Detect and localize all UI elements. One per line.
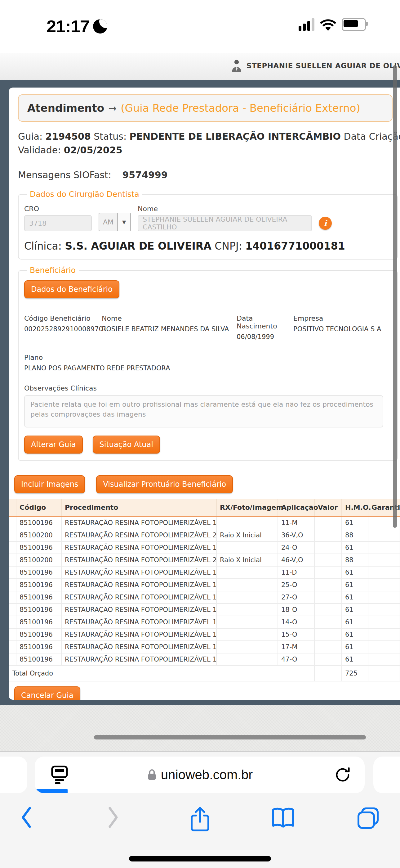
rx-cell: [216, 641, 278, 653]
browser-toolbar: [0, 806, 400, 831]
code-cell: 85100200: [16, 554, 61, 566]
dentist-name-input[interactable]: STEPHANIE SUELLEN AGUIAR DE OLIVEIRA CAS…: [138, 215, 312, 231]
cro-input[interactable]: 3718: [24, 215, 92, 231]
warranty-cell: [368, 554, 399, 566]
page-subtitle: (Guia Rede Prestadora - Beneficiário Ext…: [121, 102, 360, 114]
column-header[interactable]: Aplicação: [278, 499, 314, 517]
procedure-cell: RESTAURAÇÃO RESINA FOTOPOLIMERIZÁVEL 1 F…: [61, 591, 216, 603]
view-record-button[interactable]: Visualizar Prontuário Beneficiário: [96, 475, 233, 493]
code-cell: 85100196: [16, 616, 61, 628]
code-cell: 85100196: [16, 641, 61, 653]
home-indicator[interactable]: [129, 856, 271, 862]
current-situation-button[interactable]: Situação Atual: [93, 436, 160, 454]
clinical-notes-label: Observações Clínicas: [24, 384, 97, 392]
code-cell: 85100196: [16, 591, 61, 603]
guia-number: 2194508: [45, 131, 91, 142]
forward-icon[interactable]: [107, 806, 120, 829]
warranty-cell: [368, 641, 399, 653]
status-time-group: 21:17: [46, 16, 107, 36]
page-background-strip: [0, 705, 400, 752]
alter-guia-button[interactable]: Alterar Guia: [24, 436, 83, 454]
user-name: STEPHANIE SUELLEN AGUIAR DE OLIVEIRA CAS…: [246, 62, 400, 70]
code-cell: 85100196: [16, 517, 61, 529]
horizontal-scrollbar[interactable]: [94, 735, 366, 740]
row-select-cell: [9, 541, 16, 554]
table-row[interactable]: 85100196RESTAURAÇÃO RESINA FOTOPOLIMERIZ…: [9, 616, 400, 628]
beneficiary-columns: Código Beneficiário 00202528929100089701…: [24, 314, 390, 341]
table-row[interactable]: 85100196RESTAURAÇÃO RESINA FOTOPOLIMERIZ…: [9, 517, 400, 529]
beneficiary-fieldset: Beneficiário Dados do Beneficiário Códig…: [18, 266, 398, 461]
column-header[interactable]: Código: [16, 499, 61, 517]
table-row[interactable]: 85100200RESTAURAÇÃO RESINA FOTOPOLIMERIZ…: [9, 529, 400, 541]
cancel-guia-button[interactable]: Cancelar Guia: [14, 686, 80, 700]
url-text[interactable]: unioweb.com.br: [161, 767, 253, 782]
rx-cell: [216, 579, 278, 591]
previous-tab-peek[interactable]: [0, 756, 27, 793]
column-header[interactable]: RX/Foto/Imagem: [216, 499, 278, 517]
value-cell: [314, 541, 342, 554]
table-row[interactable]: 85100200RESTAURAÇÃO RESINA FOTOPOLIMERIZ…: [9, 554, 400, 566]
value-cell: [314, 603, 342, 616]
logged-user[interactable]: STEPHANIE SUELLEN AGUIAR DE OLIVEIRA CAS…: [231, 59, 400, 73]
browser-top-bar: STEPHANIE SUELLEN AGUIAR DE OLIVEIRA CAS…: [0, 53, 400, 81]
value-cell: [314, 517, 342, 529]
application-cell: 46-V,O: [278, 554, 314, 566]
address-bar[interactable]: unioweb.com.br: [35, 756, 365, 793]
siofast-value: 9574999: [122, 169, 167, 180]
warranty-cell: [368, 591, 399, 603]
status-icons: [299, 18, 366, 31]
next-tab-peek[interactable]: [373, 756, 400, 793]
vertical-scrollbar[interactable]: [393, 65, 397, 528]
rx-cell: [216, 653, 278, 665]
row-select-cell: [9, 579, 16, 591]
procedure-cell: RESTAURAÇÃO RESINA FOTOPOLIMERIZÁVEL 1 F…: [61, 579, 216, 591]
table-row[interactable]: 85100196RESTAURAÇÃO RESINA FOTOPOLIMERIZ…: [9, 603, 400, 616]
code-cell: 85100196: [16, 541, 61, 554]
validity-line: Validade: 02/05/2025: [18, 144, 400, 157]
tabs-icon[interactable]: [356, 806, 380, 831]
include-images-button[interactable]: Incluir Imagens: [14, 475, 85, 493]
table-row[interactable]: 85100196RESTAURAÇÃO RESINA FOTOPOLIMERIZ…: [9, 653, 400, 665]
table-row[interactable]: 85100196RESTAURAÇÃO RESINA FOTOPOLIMERIZ…: [9, 541, 400, 554]
back-icon[interactable]: [19, 806, 33, 829]
cellular-signal-icon: [299, 18, 314, 31]
rx-cell: [216, 603, 278, 616]
info-icon[interactable]: i: [319, 217, 332, 230]
uf-select[interactable]: AM ▼: [99, 213, 131, 231]
rx-cell: [216, 517, 278, 529]
ios-status-bar: 21:17: [0, 0, 400, 53]
plan-value: PLANO POS PAGAMENTO REDE PRESTADORA: [24, 365, 170, 372]
table-row[interactable]: 85100196RESTAURAÇÃO RESINA FOTOPOLIMERIZ…: [9, 566, 400, 579]
bookmarks-icon[interactable]: [270, 806, 296, 829]
share-icon[interactable]: [189, 806, 211, 833]
hmo-cell: 61: [342, 641, 368, 653]
table-row[interactable]: 85100196RESTAURAÇÃO RESINA FOTOPOLIMERIZ…: [9, 579, 400, 591]
table-row[interactable]: 85100196RESTAURAÇÃO RESINA FOTOPOLIMERIZ…: [9, 591, 400, 603]
row-select-cell: [9, 517, 16, 529]
column-header[interactable]: Procedimento: [61, 499, 216, 517]
hmo-cell: 61: [342, 653, 368, 665]
rx-cell: Raio X Inicial: [216, 554, 278, 566]
procedure-cell: RESTAURAÇÃO RESINA FOTOPOLIMERIZÁVEL 2 F…: [61, 554, 216, 566]
value-cell: [314, 566, 342, 579]
siofast-label: Mensagens SIOFast:: [18, 169, 111, 180]
value-cell: [314, 653, 342, 665]
hmo-cell: 61: [342, 616, 368, 628]
status-value: PENDENTE DE LIBERAÇÃO INTERCÂMBIO: [130, 131, 341, 142]
reload-icon[interactable]: [334, 766, 352, 784]
application-cell: 25-O: [278, 579, 314, 591]
beneficiary-details-button[interactable]: Dados do Beneficiário: [24, 280, 120, 298]
table-row[interactable]: 85100196RESTAURAÇÃO RESINA FOTOPOLIMERIZ…: [9, 641, 400, 653]
column-header[interactable]: H.M.O.: [342, 499, 368, 517]
chevron-down-icon[interactable]: ▼: [117, 213, 130, 231]
beneficiary-legend: Beneficiário: [27, 266, 79, 275]
table-row[interactable]: 85100196RESTAURAÇÃO RESINA FOTOPOLIMERIZ…: [9, 628, 400, 641]
page-title: Atendimento: [27, 102, 104, 114]
rx-cell: [216, 628, 278, 641]
warranty-cell: [368, 541, 399, 554]
warranty-cell: [368, 603, 399, 616]
column-header[interactable]: Valor: [314, 499, 342, 517]
clinical-notes-textarea[interactable]: Paciente relata que foi em outro profiss…: [24, 395, 383, 428]
validity-value: 02/05/2025: [64, 145, 123, 156]
value-cell: [314, 641, 342, 653]
